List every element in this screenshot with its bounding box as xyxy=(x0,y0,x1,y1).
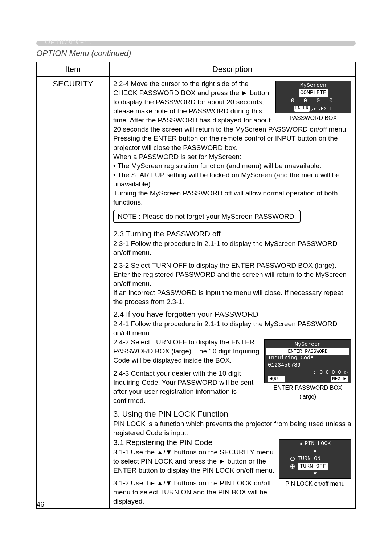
heading-24: 2.4 If you have forgotten your PASSWORD xyxy=(113,309,351,319)
step-232a: 2.3-2 Select TURN OFF to display the ENT… xyxy=(113,261,351,288)
step-224-lead: 2.2-4 xyxy=(113,80,129,88)
enter-box-digits: 0 0 0 0 xyxy=(320,369,341,376)
down-icon: ▼ xyxy=(314,471,317,477)
enter-key-icon: ENTER xyxy=(294,106,310,112)
section-title: OPTION Menu (continued) xyxy=(36,49,356,58)
enter-password-box: MyScreen ENTER PASSWORD Inquiring Code 0… xyxy=(264,339,351,383)
password-box-title: MyScreen xyxy=(299,82,328,89)
pin-lock-box: ◄ PIN LOCK ▲ TURN ON TURN OFF ▼ xyxy=(279,439,351,479)
section-tab: OPTION Menu xyxy=(36,36,356,46)
enter-box-inq-label: Inquiring Code xyxy=(266,355,349,362)
step-231: 2.3-1 Follow the procedure in 2.1-1 to d… xyxy=(113,239,351,257)
next-label: NEXT► xyxy=(331,376,348,382)
option-table: Item Description SECURITY MyScreen COMPL… xyxy=(36,62,356,509)
item-cell: SECURITY xyxy=(37,77,109,508)
play-icon: ,▸ xyxy=(311,106,317,112)
step-232b: If an incorrect PASSWORD is input the me… xyxy=(113,288,351,306)
step-224-bullet1: • The MyScreen registration function (an… xyxy=(113,161,351,170)
pin-off-label: TURN OFF xyxy=(298,463,328,470)
col-head-item: Item xyxy=(37,62,109,77)
step-224-body3: When a PASSWORD is set for MyScreen: xyxy=(113,152,351,161)
pin-on-label: TURN ON xyxy=(298,455,320,462)
password-box-caption: PASSWORD BOX xyxy=(275,114,351,122)
left-icon: ◄ xyxy=(299,441,302,447)
radio-on-icon xyxy=(290,464,295,469)
quit-label: ◄QUIT xyxy=(268,376,285,382)
step-224-body2: Pressing the ENTER button on the remote … xyxy=(113,134,351,152)
right-icon: ▷ xyxy=(345,369,348,376)
password-box: MyScreen COMPLETE 0 0 0 0 ENTER ,▸ :EXIT xyxy=(275,81,351,113)
tab-label: OPTION Menu xyxy=(45,39,92,46)
enter-box-sub: ENTER PASSWORD xyxy=(266,348,349,355)
heading-23: 2.3 Turning the PASSWORD off xyxy=(113,229,351,239)
updown-icon: ⇕ xyxy=(313,369,316,376)
password-box-complete: COMPLETE xyxy=(299,89,328,97)
step-241: 2.4-1 Follow the procedure in 2.1-1 to d… xyxy=(113,319,351,337)
step-224-body4: Turning the MyScreen PASSWORD off will a… xyxy=(113,189,351,207)
page-number: 46 xyxy=(36,500,44,509)
password-box-figure: MyScreen COMPLETE 0 0 0 0 ENTER ,▸ :EXIT… xyxy=(275,81,351,122)
s3-intro: PIN LOCK is a function which prevents th… xyxy=(113,419,351,437)
enter-box-caption1: ENTER PASSWORD BOX xyxy=(264,384,351,392)
enter-password-figure: MyScreen ENTER PASSWORD Inquiring Code 0… xyxy=(264,339,351,400)
pin-turn-off: TURN OFF xyxy=(282,462,348,470)
up-icon: ▲ xyxy=(314,448,317,454)
enter-box-code: 0123456789 xyxy=(266,362,349,369)
pin-lock-figure: ◄ PIN LOCK ▲ TURN ON TURN OFF ▼ xyxy=(279,439,351,488)
enter-box-caption2: (large) xyxy=(264,393,351,400)
pin-box-title: PIN LOCK xyxy=(305,440,331,448)
pin-turn-on: TURN ON xyxy=(282,455,348,463)
exit-label: :EXIT xyxy=(318,106,332,112)
heading-3: 3. Using the PIN LOCK Function xyxy=(113,409,351,419)
description-cell: MyScreen COMPLETE 0 0 0 0 ENTER ,▸ :EXIT… xyxy=(109,77,355,508)
step-224-bullet2: • The START UP setting will be locked on… xyxy=(113,170,351,189)
enter-box-cursor: ⇕ 0 0 0 0 ▷ xyxy=(266,369,349,376)
note-box: NOTE : Please do not forget your MyScree… xyxy=(113,210,301,223)
pin-box-caption: PIN LOCK on/off menu xyxy=(279,480,351,488)
enter-box-title: MyScreen xyxy=(266,341,349,348)
col-head-desc: Description xyxy=(109,62,355,77)
password-box-digits: 0 0 0 0 xyxy=(278,97,348,105)
radio-off-icon xyxy=(290,457,295,461)
